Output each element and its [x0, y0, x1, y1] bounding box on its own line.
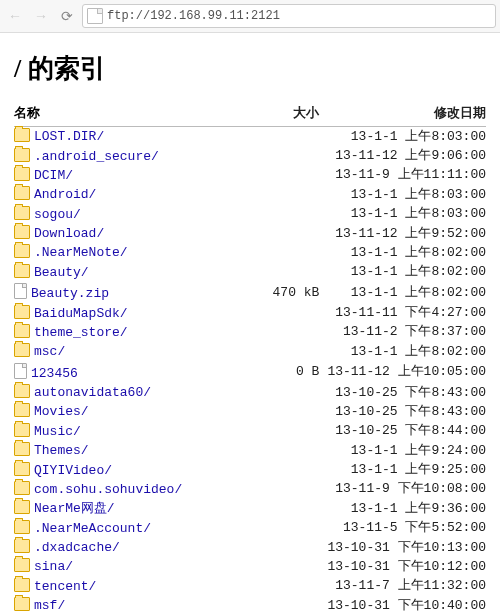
entry-link[interactable]: Android/	[34, 187, 96, 202]
folder-icon	[14, 403, 30, 417]
cell-name: LOST.DIR/	[14, 127, 252, 147]
cell-name: .NearMeNote/	[14, 243, 252, 262]
cell-size	[252, 224, 327, 243]
table-row: msc/13-1-1 上午8:02:00	[14, 342, 486, 361]
entry-link[interactable]: QIYIVideo/	[34, 463, 112, 478]
entry-link[interactable]: .android_secure/	[34, 149, 159, 164]
forward-button[interactable]: →	[30, 5, 52, 27]
table-row: Android/13-1-1 上午8:03:00	[14, 185, 486, 204]
entry-link[interactable]: Music/	[34, 424, 81, 439]
cell-name: tencent/	[14, 577, 252, 596]
folder-icon	[14, 343, 30, 357]
entry-link[interactable]: Themes/	[34, 443, 89, 458]
folder-icon	[14, 539, 30, 553]
cell-name: Download/	[14, 224, 252, 243]
folder-icon	[14, 423, 30, 437]
address-bar[interactable]: ftp://192.168.99.11:2121	[82, 4, 496, 28]
folder-icon	[14, 324, 30, 338]
cell-size	[252, 499, 327, 518]
entry-link[interactable]: LOST.DIR/	[34, 129, 104, 144]
cell-size	[252, 460, 327, 479]
entry-link[interactable]: .NearMeAccount/	[34, 521, 151, 536]
cell-name: Music/	[14, 422, 252, 441]
entry-link[interactable]: Movies/	[34, 404, 89, 419]
cell-date: 13-11-12 上午9:52:00	[327, 224, 486, 243]
entry-link[interactable]: theme_store/	[34, 325, 128, 340]
cell-date: 13-1-1 上午8:03:00	[327, 127, 486, 147]
back-button[interactable]: ←	[4, 5, 26, 27]
cell-name: .dxadcache/	[14, 538, 252, 557]
file-icon	[14, 363, 27, 379]
cell-date: 13-1-1 上午8:03:00	[327, 205, 486, 224]
cell-size	[252, 166, 327, 185]
cell-name: Android/	[14, 185, 252, 204]
entry-link[interactable]: sina/	[34, 559, 73, 574]
reload-button[interactable]: ⟳	[56, 5, 78, 27]
folder-icon	[14, 167, 30, 181]
folder-icon	[14, 305, 30, 319]
entry-link[interactable]: sogou/	[34, 207, 81, 222]
page-content: / 的索引 名称 大小 修改日期 LOST.DIR/13-1-1 上午8:03:…	[0, 33, 500, 615]
entry-link[interactable]: .dxadcache/	[34, 540, 120, 555]
entry-link[interactable]: Beauty/	[34, 265, 89, 280]
cell-name: Themes/	[14, 441, 252, 460]
cell-name: com.sohu.sohuvideo/	[14, 480, 252, 499]
folder-icon	[14, 578, 30, 592]
cell-name: DCIM/	[14, 166, 252, 185]
cell-size	[252, 402, 327, 421]
entry-link[interactable]: 123456	[31, 366, 78, 381]
entry-link[interactable]: DCIM/	[34, 168, 73, 183]
cell-size	[252, 342, 327, 361]
cell-name: msc/	[14, 342, 252, 361]
entry-link[interactable]: tencent/	[34, 579, 96, 594]
table-row: Beauty.zip470 kB13-1-1 上午8:02:00	[14, 282, 486, 303]
page-icon	[87, 8, 103, 24]
cell-name: NearMe网盘/	[14, 499, 252, 518]
entry-link[interactable]: msc/	[34, 344, 65, 359]
entry-link[interactable]: BaiduMapSdk/	[34, 306, 128, 321]
cell-date: 13-1-1 上午8:02:00	[327, 243, 486, 262]
cell-date: 13-11-9 上午11:11:00	[327, 166, 486, 185]
cell-date: 13-1-1 上午9:36:00	[327, 499, 486, 518]
cell-size	[252, 441, 327, 460]
folder-icon	[14, 244, 30, 258]
cell-name: 123456	[14, 362, 252, 383]
entry-link[interactable]: NearMe网盘/	[34, 501, 115, 516]
folder-icon	[14, 186, 30, 200]
cell-size	[252, 519, 327, 538]
cell-date: 13-1-1 上午9:25:00	[327, 460, 486, 479]
entry-link[interactable]: .NearMeNote/	[34, 245, 128, 260]
table-row: Download/13-11-12 上午9:52:00	[14, 224, 486, 243]
folder-icon	[14, 500, 30, 514]
cell-name: .NearMeAccount/	[14, 519, 252, 538]
cell-date: 13-1-1 上午8:02:00	[327, 342, 486, 361]
url-text: ftp://192.168.99.11:2121	[107, 9, 280, 23]
cell-name: autonavidata60/	[14, 383, 252, 402]
cell-date: 13-1-1 上午8:02:00	[327, 263, 486, 282]
cell-size: 470 kB	[252, 282, 327, 303]
table-row: msf/13-10-31 下午10:40:00	[14, 596, 486, 615]
folder-icon	[14, 597, 30, 611]
table-row: .NearMeAccount/13-11-5 下午5:52:00	[14, 519, 486, 538]
entry-link[interactable]: Beauty.zip	[31, 286, 109, 301]
cell-date: 13-1-1 上午9:24:00	[327, 441, 486, 460]
cell-name: Movies/	[14, 402, 252, 421]
cell-date: 13-1-1 上午8:02:00	[327, 282, 486, 303]
header-size: 大小	[252, 102, 327, 127]
arrow-left-icon: ←	[8, 8, 22, 24]
cell-date: 13-10-31 下午10:40:00	[327, 596, 486, 615]
folder-icon	[14, 225, 30, 239]
entry-link[interactable]: autonavidata60/	[34, 385, 151, 400]
cell-name: sogou/	[14, 205, 252, 224]
table-row: NearMe网盘/13-1-1 上午9:36:00	[14, 499, 486, 518]
table-row: Music/13-10-25 下午8:44:00	[14, 422, 486, 441]
entry-link[interactable]: Download/	[34, 226, 104, 241]
entry-link[interactable]: msf/	[34, 598, 65, 613]
cell-date: 13-11-12 上午10:05:00	[327, 362, 486, 383]
cell-name: sina/	[14, 557, 252, 576]
cell-size	[252, 303, 327, 322]
cell-date: 13-10-31 下午10:13:00	[327, 538, 486, 557]
cell-date: 13-11-7 上午11:32:00	[327, 577, 486, 596]
entry-link[interactable]: com.sohu.sohuvideo/	[34, 482, 182, 497]
file-listing-table: 名称 大小 修改日期 LOST.DIR/13-1-1 上午8:03:00.and…	[14, 102, 486, 615]
